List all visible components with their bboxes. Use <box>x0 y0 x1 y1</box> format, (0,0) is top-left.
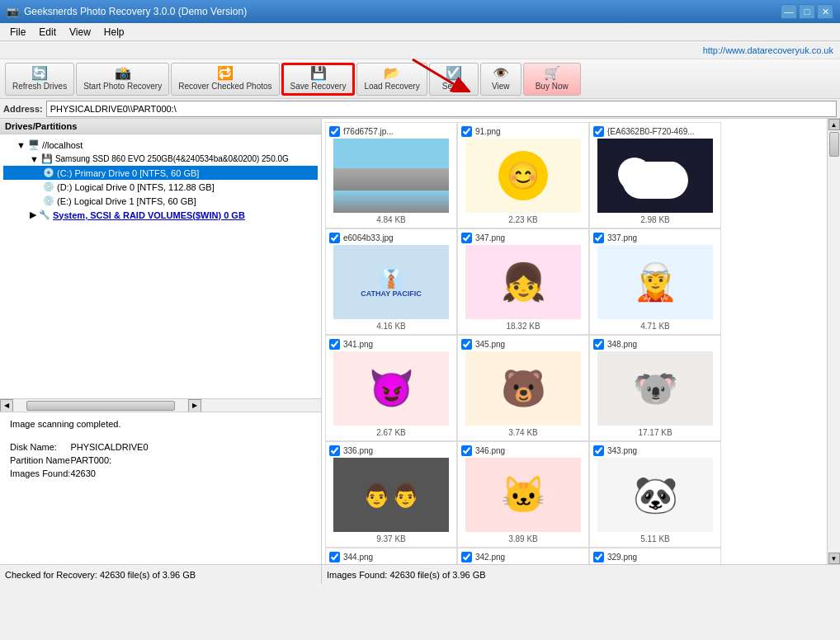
checkbox-347[interactable] <box>461 233 472 243</box>
horizontal-scrollbar[interactable]: ◀ ▶ <box>0 398 321 412</box>
start-photo-recovery-button[interactable]: 📸 Start Photo Recovery <box>76 63 169 96</box>
info-panel: Image scanning completed. Disk Name: PHY… <box>0 412 321 564</box>
right-panel: f76d6757.jp... 4.84 KB 91.png <box>322 119 840 564</box>
image-preview-345: 🐻 <box>465 351 581 426</box>
title-bar: 📷 Geeksnerds Photo Recovery 3.0.0 (Demo … <box>0 0 840 23</box>
image-preview-ea63 <box>597 139 713 213</box>
checkbox-345[interactable] <box>461 339 472 350</box>
tree-item-e-drive[interactable]: 💿 (E:) Logical Drive 1 [NTFS, 60 GB] <box>3 194 318 208</box>
checkbox-337[interactable] <box>593 233 604 243</box>
drive-icon-c: 💿 <box>43 167 54 178</box>
menu-help[interactable]: Help <box>97 25 131 40</box>
checkbox-329[interactable] <box>593 552 604 562</box>
scroll-thumb-h[interactable] <box>26 401 175 411</box>
checkbox-336[interactable] <box>329 445 340 456</box>
image-preview-347: 👧 <box>465 245 581 319</box>
minimize-button[interactable]: — <box>781 4 797 19</box>
buy-now-button[interactable]: 🛒 Buy Now <box>523 63 581 96</box>
image-cell-329: 329.png <box>589 548 721 564</box>
image-preview-343: 🐼 <box>597 458 713 532</box>
checkbox-91png[interactable] <box>461 126 472 137</box>
checkbox-346[interactable] <box>461 445 472 456</box>
load-recovery-button[interactable]: 📂 Load Recovery <box>356 63 427 96</box>
image-cell-343: 343.png 🐼 5.11 KB <box>589 441 721 548</box>
menu-bar: File Edit View Help <box>0 23 840 41</box>
address-label: Address: <box>3 104 43 114</box>
image-preview-e606: 👔 CATHAY PACIFIC <box>333 245 449 319</box>
image-row-3: 336.png 👨‍👨 9.37 KB 346.png � <box>325 441 823 548</box>
drive-icon-e: 💿 <box>43 195 54 206</box>
scroll-left-arrow[interactable]: ◀ <box>0 399 13 412</box>
vertical-scrollbar[interactable]: ▲ ▼ <box>827 119 840 564</box>
checkbox-ea63[interactable] <box>593 126 604 137</box>
tree-item-c-drive[interactable]: 💿 (C:) Primary Drive 0 [NTFS, 60 GB] <box>3 166 318 180</box>
save-icon: 💾 <box>310 67 327 80</box>
buy-icon: 🛒 <box>544 67 560 80</box>
image-cell-336: 336.png 👨‍👨 9.37 KB <box>325 441 457 548</box>
tree-item-localhost[interactable]: ▼ 🖥️ //localhost <box>3 138 318 152</box>
image-cell-91png: 91.png 😊 2.23 KB <box>457 122 589 228</box>
image-preview-336: 👨‍👨 <box>333 458 449 532</box>
scroll-thumb-v[interactable] <box>829 132 839 157</box>
image-row-0: f76d6757.jp... 4.84 KB 91.png <box>325 122 823 228</box>
drives-panel-header: Drives/Partitions <box>0 119 321 134</box>
address-input[interactable] <box>46 101 837 117</box>
link-bar: http://www.datarecoveryuk.co.uk <box>0 41 840 59</box>
menu-view[interactable]: View <box>63 25 97 40</box>
close-button[interactable]: ✕ <box>817 4 833 19</box>
image-preview-91png: 😊 <box>465 139 581 213</box>
app-icon: 📷 <box>7 6 19 17</box>
checkbox-f76d[interactable] <box>329 126 340 137</box>
select-icon: ☑️ <box>446 67 462 80</box>
tree-item-system[interactable]: ▶ 🔧 System, SCSI & RAID VOLUMES($WIN) 0 … <box>3 208 318 222</box>
window-title: Geeksnerds Photo Recovery 3.0.0 (Demo Ve… <box>24 6 247 17</box>
view-icon: 👁️ <box>493 67 509 80</box>
image-cell-344: 344.png <box>325 548 457 564</box>
status-bar-left: Checked for Recovery: 42630 file(s) of 3… <box>0 564 322 584</box>
image-cell-e606: e6064b33.jpg 👔 CATHAY PACIFIC 4.16 KB <box>325 228 457 335</box>
scroll-down-arrow[interactable]: ▼ <box>828 553 840 564</box>
image-cell-346: 346.png 🐱 3.89 KB <box>457 441 589 548</box>
image-preview-348: 🐨 <box>597 351 713 426</box>
image-cell-ea63: {EA6362B0-F720-469... 2.98 KB <box>589 122 721 228</box>
toolbar: 🔄 Refresh Drives 📸 Start Photo Recovery … <box>0 59 840 99</box>
image-cell-348: 348.png 🐨 17.17 KB <box>589 335 721 441</box>
main-area: Drives/Partitions ▼ 🖥️ //localhost ▼ 💾 S… <box>0 119 840 564</box>
expand-icon-2: ▼ <box>30 154 39 164</box>
scan-status: Image scanning completed. <box>10 419 311 429</box>
drive-icon-d: 💿 <box>43 181 54 192</box>
tree-item-d-drive[interactable]: 💿 (D:) Logical Drive 0 [NTFS, 112.88 GB] <box>3 180 318 194</box>
image-cell-341: 341.png 😈 2.67 KB <box>325 335 457 441</box>
right-scroll-spacer <box>721 122 734 228</box>
menu-file[interactable]: File <box>3 25 32 40</box>
checkbox-341[interactable] <box>329 339 340 350</box>
expand-icon: ▼ <box>17 140 26 150</box>
tree-item-samsung[interactable]: ▼ 💾 Samsung SSD 860 EVO 250GB(4&240534ba… <box>3 152 318 166</box>
select-button[interactable]: ☑️ Select <box>429 63 479 96</box>
image-row-1: e6064b33.jpg 👔 CATHAY PACIFIC 4.16 KB <box>325 228 823 335</box>
checkbox-343[interactable] <box>593 445 604 456</box>
image-cell-342: 342.png <box>457 548 589 564</box>
images-found-label: Images Found: <box>10 468 70 478</box>
maximize-button[interactable]: □ <box>799 4 815 19</box>
disk-icon: 💾 <box>41 153 53 164</box>
scroll-right-arrow[interactable]: ▶ <box>188 399 201 412</box>
partition-value: PART000: <box>70 455 148 465</box>
load-icon: 📂 <box>384 67 400 80</box>
checkbox-344[interactable] <box>329 552 340 562</box>
menu-edit[interactable]: Edit <box>32 25 63 40</box>
drives-tree[interactable]: ▼ 🖥️ //localhost ▼ 💾 Samsung SSD 860 EVO… <box>0 134 321 398</box>
status-bar-right: Images Found: 42630 file(s) of 3.96 GB <box>322 564 840 584</box>
checkbox-342[interactable] <box>461 552 472 562</box>
save-recovery-button[interactable]: 💾 Save Recovery <box>281 63 356 96</box>
checkbox-348[interactable] <box>593 339 604 350</box>
checkbox-e606[interactable] <box>329 233 340 243</box>
status-left-text: Checked for Recovery: 42630 file(s) of 3… <box>5 570 196 580</box>
website-link[interactable]: http://www.datarecoveryuk.co.uk <box>703 45 833 55</box>
view-button[interactable]: 👁️ View <box>480 63 521 96</box>
refresh-drives-button[interactable]: 🔄 Refresh Drives <box>5 63 74 96</box>
recover-checked-button[interactable]: 🔁 Recover Checked Photos <box>171 63 279 96</box>
system-icon: 🔧 <box>39 209 50 220</box>
image-preview-341: 😈 <box>333 351 449 426</box>
scroll-up-arrow[interactable]: ▲ <box>828 119 840 130</box>
